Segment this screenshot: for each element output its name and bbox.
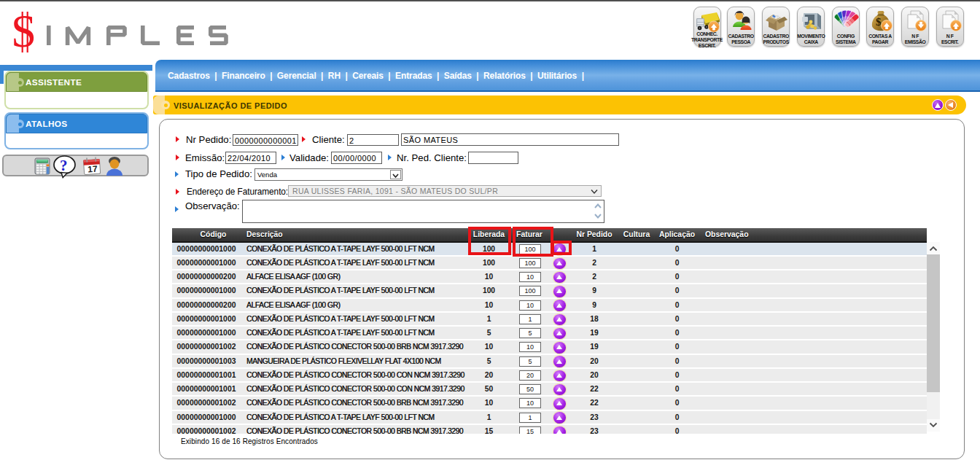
svg-text:17: 17 [88, 163, 98, 174]
svg-text:S: S [11, 6, 36, 57]
svg-text:$: $ [876, 16, 882, 28]
svg-text:?: ? [60, 157, 68, 174]
